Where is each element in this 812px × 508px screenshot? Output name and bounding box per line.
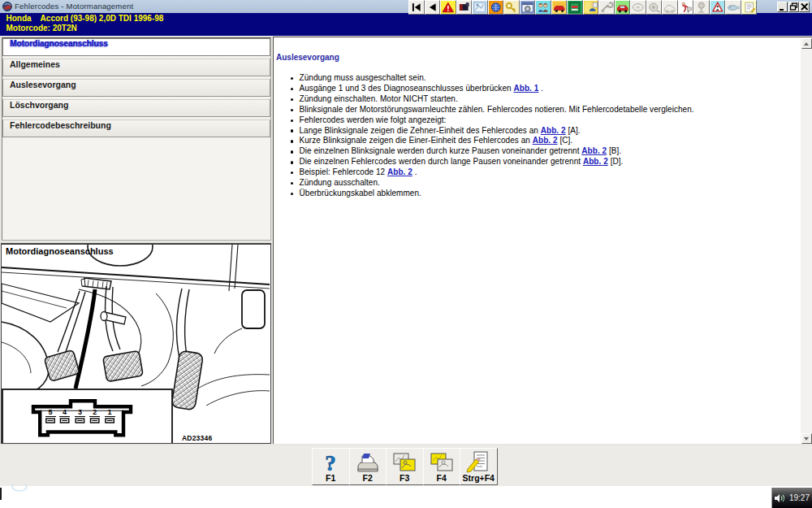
- toolbar-button-contacts-people[interactable]: [535, 0, 551, 15]
- fkey-label: F1: [313, 473, 349, 483]
- content-scrollbar[interactable]: [801, 38, 812, 444]
- close-icon: [800, 2, 809, 11]
- warning-triangle-icon: [441, 1, 456, 14]
- instruction-text: Lange Blinksignale zeigen die Zehner-Ein…: [300, 126, 541, 135]
- toolbar-button-warning-triangle[interactable]: [440, 0, 456, 15]
- fkey-label: F3: [387, 473, 423, 483]
- minimize-button[interactable]: [777, 2, 788, 12]
- garage-lift-icon: [568, 1, 582, 14]
- content-panel: Auslesevorgang Zündung muss ausgeschalte…: [273, 37, 812, 444]
- toolbar-button-wheel-window[interactable]: [520, 0, 536, 15]
- contacts-people-icon: [536, 1, 551, 14]
- app-icon: [2, 2, 12, 11]
- instruction-text: Ausgänge 1 und 3 des Diagnoseanschlusses…: [300, 84, 514, 93]
- print-icon: [354, 450, 382, 474]
- notes-icon: [742, 1, 757, 14]
- fkey-label: F2: [350, 473, 387, 483]
- instruction-text: [C].: [558, 136, 573, 145]
- close-button[interactable]: [799, 2, 810, 12]
- instruction-text: Die einzelnen Blinksignale werden durch …: [300, 146, 582, 155]
- sidebar-item-5[interactable]: Fehlercodebeschreibung: [2, 119, 270, 137]
- svg-text:?: ?: [326, 451, 337, 474]
- pin-number-5: 5: [45, 409, 56, 417]
- figure-link[interactable]: Abb. 2: [541, 126, 566, 135]
- instruction-item: Ausgänge 1 und 3 des Diagnoseanschlusses…: [274, 84, 793, 94]
- toolbar-button-workshop-desk[interactable]: [583, 0, 599, 15]
- fkey-button-f4[interactable]: F4: [423, 448, 461, 485]
- fkey-button-f3[interactable]: F3: [386, 448, 424, 485]
- sidebar-item-1[interactable]: Motordiagnoseanschluss: [2, 38, 270, 56]
- sidebar-item-3[interactable]: Auslesevorgang: [2, 79, 270, 97]
- instruction-text: .: [538, 84, 543, 93]
- car-grey-blue-icon: [726, 1, 741, 14]
- instruction-text: .: [412, 167, 417, 176]
- disc-disabled-icon: [631, 1, 646, 14]
- volume-icon[interactable]: [775, 493, 786, 503]
- vehicle-line: HondaAccord (93-98) 2,0D TDI 1996-98: [6, 14, 164, 23]
- main-toolbar: [408, 0, 757, 15]
- toolbar-button-car-grey-blue[interactable]: [725, 0, 741, 15]
- figure-link[interactable]: Abb. 2: [583, 157, 608, 166]
- toolbar-button-hazard-person[interactable]: [710, 0, 726, 15]
- toolbar-button-disc-disabled[interactable]: [630, 0, 646, 15]
- fkey-button-f1[interactable]: ?F1: [312, 448, 350, 485]
- figure-link[interactable]: Abb. 2: [387, 167, 412, 176]
- toolbar-button-go-back[interactable]: [425, 0, 441, 15]
- content-heading: Auslesevorgang: [276, 53, 339, 62]
- taskbar-clock[interactable]: 19:27: [789, 493, 810, 502]
- instruction-item: Lange Blinksignale zeigen die Zehner-Ein…: [274, 126, 793, 137]
- scroll-up-icon: [804, 42, 809, 46]
- pin-number-2: 2: [89, 409, 100, 417]
- toolbar-button-sketch-disabled[interactable]: [662, 0, 678, 15]
- toolbar-button-notes[interactable]: [741, 0, 758, 15]
- doc-edit-icon: [464, 450, 492, 474]
- instruction-item: Beispiel: Fehlercode 12 Abb. 2 .: [274, 167, 793, 178]
- toolbar-button-body-repair-car[interactable]: [551, 0, 568, 15]
- scroll-down-button[interactable]: [801, 433, 812, 444]
- sidebar-menu: MotordiagnoseanschlussAllgemeinesAuslese…: [2, 37, 271, 241]
- fkey-button-f2[interactable]: F2: [349, 448, 387, 485]
- desktop-left-sliver: [0, 488, 2, 500]
- figure-link[interactable]: Abb. 2: [581, 146, 607, 155]
- gear-knob-disabled-icon: [694, 1, 709, 14]
- fkey-button-strg-f4[interactable]: Strg+F4: [460, 448, 498, 485]
- service-intervals-icon: [489, 1, 503, 14]
- instruction-item: Überbrückungskabel abklemmen.: [274, 189, 793, 199]
- toolbar-button-wheel-tools-disabled[interactable]: [646, 0, 663, 15]
- scroll-up-button[interactable]: [801, 38, 812, 49]
- figure-link[interactable]: Abb. 1: [513, 84, 538, 93]
- toolbar-button-gear-knob-disabled[interactable]: [693, 0, 710, 15]
- pin-number-1: 1: [105, 409, 115, 417]
- toolbar-button-technical-drawing[interactable]: [472, 0, 488, 15]
- diagnostics-tester-icon: [457, 1, 472, 14]
- sidebar-item-4[interactable]: Löschvorgang: [2, 99, 270, 117]
- toolbar-button-mechanic-trolley[interactable]: [678, 0, 694, 15]
- toolbar-button-go-first[interactable]: [408, 0, 425, 15]
- vehicle-brand: Honda: [6, 14, 32, 23]
- wheel-window-icon: [520, 1, 535, 14]
- figure-link[interactable]: Abb. 2: [533, 136, 558, 145]
- toolbar-button-garage-lift[interactable]: [567, 0, 583, 15]
- instruction-text: Blinksignale der Motorstörungswarnleucht…: [300, 105, 694, 114]
- instruction-item: Zündung muss ausgeschaltet sein.: [274, 73, 793, 84]
- restore-icon: [789, 2, 798, 11]
- figure-id-label: AD23346: [182, 434, 212, 442]
- fkey-label: F4: [424, 473, 460, 483]
- image-front-icon: [391, 450, 418, 474]
- wheel-tools-disabled-icon: [647, 1, 662, 14]
- car-green-icon: [615, 1, 630, 14]
- workshop-desk-icon: [584, 1, 598, 14]
- restore-button[interactable]: [788, 2, 799, 12]
- toolbar-button-diagnostics-tester[interactable]: [456, 0, 473, 15]
- window-title: Fehlercodes - Motormanagement: [15, 2, 133, 11]
- toolbar-button-spray-tool-disabled[interactable]: [598, 0, 615, 15]
- go-first-icon: [409, 1, 424, 14]
- toolbar-button-ignition-key[interactable]: [503, 0, 520, 15]
- taskbar-fragment: 19:27: [771, 488, 812, 508]
- instruction-item: Kurze Blinksignale zeigen die Einer-Einh…: [274, 136, 793, 146]
- instruction-text: Zündung ausschalten.: [300, 178, 380, 187]
- toolbar-button-car-green[interactable]: [615, 0, 631, 15]
- motorcode-line: Motorcode: 20T2N: [6, 24, 77, 33]
- sidebar-item-2[interactable]: Allgemeines: [2, 59, 270, 76]
- toolbar-button-service-intervals[interactable]: [488, 0, 504, 15]
